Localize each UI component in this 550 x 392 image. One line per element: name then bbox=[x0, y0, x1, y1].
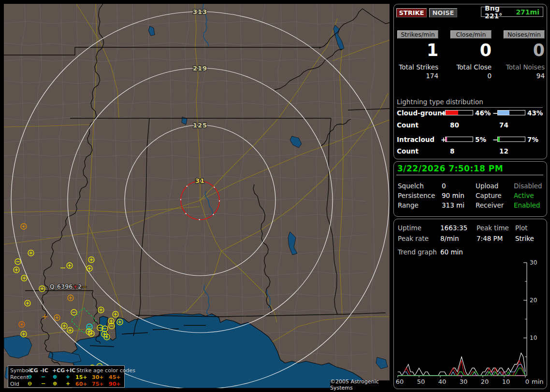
svg-text:30: 30 bbox=[460, 378, 468, 385]
receiver-status: Enabled bbox=[514, 201, 540, 209]
legend-item: 45+ bbox=[109, 374, 121, 380]
divider bbox=[396, 175, 543, 175]
uptime-value: 1663:35 bbox=[440, 224, 467, 232]
cloud-ground-label: Cloud-ground bbox=[397, 109, 447, 117]
peak-time-label: Peak time bbox=[477, 224, 509, 232]
trend-graph-label: Trend graph bbox=[398, 248, 437, 256]
svg-text:30: 30 bbox=[530, 259, 537, 266]
distribution-header: Lightning type distribution bbox=[397, 98, 543, 108]
plot-mode-value: Strike bbox=[515, 235, 534, 242]
plot-label: Plot bbox=[515, 224, 527, 232]
total-noises-label: Total Noises bbox=[501, 63, 545, 71]
bearing-label: Bng 221° bbox=[485, 4, 516, 20]
svg-text:min: min bbox=[532, 378, 544, 385]
legend-item: ⊕ bbox=[53, 380, 57, 387]
svg-text:60: 60 bbox=[396, 378, 404, 385]
svg-text:0: 0 bbox=[525, 378, 529, 385]
legend-item: ⊖ bbox=[28, 374, 32, 380]
ic-plus-count: 8 bbox=[450, 147, 454, 155]
svg-text:125: 125 bbox=[193, 122, 207, 129]
legend-item: 60+ bbox=[75, 381, 87, 387]
legend-row-old-label: Old bbox=[10, 381, 19, 387]
total-strikes-value: 174 bbox=[395, 72, 438, 80]
legend-col-ic-neg: -IC bbox=[40, 367, 48, 374]
range-label: Range bbox=[398, 201, 419, 209]
legend-item: − bbox=[41, 380, 45, 387]
ic-count-label: Count bbox=[397, 147, 419, 155]
legend-item: ⊖ bbox=[28, 380, 32, 387]
legend-item: 90+ bbox=[109, 381, 121, 387]
status-panel: 3/22/2026 7:50:18 PM Squelch 0 Upload Di… bbox=[393, 161, 547, 217]
total-strikes-label: Total Strikes bbox=[395, 63, 438, 71]
upload-status: Disabled bbox=[514, 182, 542, 190]
cg-plus-percent: 46% bbox=[475, 109, 491, 117]
svg-text:31: 31 bbox=[195, 177, 205, 184]
total-close-label: Total Close bbox=[448, 63, 492, 71]
legend-item: 15+ bbox=[75, 374, 87, 380]
squelch-value: 0 bbox=[442, 182, 446, 190]
legend-item: + bbox=[66, 374, 70, 380]
strikes-per-min-button[interactable]: Strikes/min bbox=[397, 30, 438, 39]
trend-graph-window: 60 min bbox=[440, 248, 463, 256]
svg-text:50: 50 bbox=[417, 378, 425, 385]
cg-plus-bar bbox=[445, 110, 473, 115]
trend-panel: Uptime 1663:35 Peak time Plot Peak rate … bbox=[393, 219, 547, 389]
cg-minus-count: 74 bbox=[499, 121, 508, 129]
total-close-value: 0 bbox=[448, 72, 492, 80]
persistence-value: 90 min bbox=[442, 192, 464, 199]
svg-text:Q-6396+2−: Q-6396+2− bbox=[50, 283, 87, 290]
svg-text:313: 313 bbox=[193, 8, 207, 15]
copyright-text: ©2005 Astrogenic Systems bbox=[330, 380, 390, 389]
map-canvas[interactable]: 313219125 31 Q-6396+2− Symbols -CG -IC +… bbox=[4, 4, 390, 388]
svg-text:40: 40 bbox=[438, 378, 447, 385]
svg-text:20: 20 bbox=[530, 297, 537, 304]
squelch-label: Squelch bbox=[398, 182, 424, 190]
legend-item: + bbox=[66, 380, 70, 387]
noises-per-min-value: 0 bbox=[501, 41, 545, 59]
cg-count-label: Count bbox=[397, 121, 419, 129]
svg-text:20: 20 bbox=[481, 378, 489, 385]
upload-label: Upload bbox=[476, 182, 498, 190]
legend-item: ⊕ bbox=[53, 374, 57, 380]
legend-col-ic-pos: +IC bbox=[65, 367, 75, 374]
legend-item: 75+ bbox=[92, 381, 104, 387]
capture-status: Active bbox=[514, 192, 534, 199]
noise-toggle-button[interactable]: NOISE bbox=[429, 8, 457, 17]
cg-plus-count: 80 bbox=[450, 121, 459, 129]
noises-per-min-button[interactable]: Noises/min bbox=[504, 30, 545, 39]
legend-item: 30+ bbox=[92, 374, 104, 380]
cg-minus-percent: 43% bbox=[527, 109, 543, 117]
strikes-per-min-value: 1 bbox=[395, 41, 438, 59]
close-per-min-value: 0 bbox=[448, 41, 492, 59]
ic-plus-percent: 5% bbox=[475, 136, 486, 143]
symbol-legend: Symbols -CG -IC +CG +IC Strike age color… bbox=[8, 365, 125, 388]
legend-item: − bbox=[41, 374, 45, 380]
cg-minus-bar bbox=[497, 110, 525, 115]
ic-minus-bar bbox=[497, 137, 525, 142]
lightning-map[interactable]: 313219125 31 Q-6396+2− bbox=[4, 4, 390, 388]
svg-text:10: 10 bbox=[502, 378, 510, 385]
legend-col-cg-pos: +CG bbox=[52, 367, 65, 374]
receiver-label: Receiver bbox=[476, 201, 504, 209]
svg-text:10: 10 bbox=[530, 335, 537, 341]
ic-minus-count: 12 bbox=[499, 147, 508, 155]
strike-counter-panel: STRIKE NOISE Bng 221° 271mi Strikes/min … bbox=[393, 4, 547, 159]
persistence-label: Persistence bbox=[398, 192, 435, 199]
bearing-display: Bng 221° 271mi bbox=[481, 7, 543, 17]
legend-age-header: Strike age color codes bbox=[76, 367, 135, 374]
svg-text:219: 219 bbox=[193, 65, 207, 72]
strike-toggle-button[interactable]: STRIKE bbox=[396, 8, 427, 17]
legend-row-recent-label: Recent bbox=[10, 374, 29, 380]
ic-plus-bar bbox=[445, 137, 473, 142]
total-noises-value: 94 bbox=[501, 72, 545, 80]
bearing-distance: 271mi bbox=[516, 8, 539, 16]
capture-label: Capture bbox=[476, 192, 502, 199]
peak-time-value: 7:48 PM bbox=[477, 235, 503, 242]
datetime-display: 3/22/2026 7:50:18 PM bbox=[397, 164, 503, 173]
close-per-min-button[interactable]: Close/min bbox=[450, 30, 492, 39]
range-value: 313 mi bbox=[442, 201, 464, 209]
uptime-label: Uptime bbox=[398, 224, 421, 232]
intracloud-label: Intracloud bbox=[397, 136, 434, 143]
ic-minus-percent: 7% bbox=[527, 136, 538, 143]
peak-rate-label: Peak rate bbox=[398, 235, 429, 242]
